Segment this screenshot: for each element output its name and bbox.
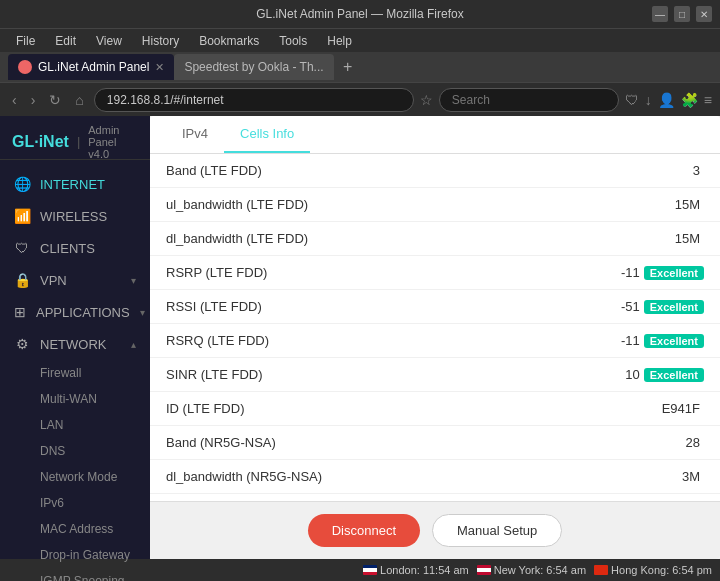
sidebar-sub-networkmode[interactable]: Network Mode [0, 464, 150, 490]
logo-area: GL·iNet | Admin Panel v4.0 [0, 124, 150, 160]
value-ul-bw: 15M [675, 197, 700, 212]
value-sinr: 10 [625, 367, 639, 382]
menu-icon[interactable]: ≡ [704, 92, 712, 108]
sidebar-sub-dns[interactable]: DNS [0, 438, 150, 464]
status-london: London: 11:54 am [363, 564, 469, 576]
label-dl-bw: dl_bandwidth (LTE FDD) [166, 231, 675, 246]
shield-icon[interactable]: 🛡 [625, 92, 639, 108]
extension-icon[interactable]: 🧩 [681, 92, 698, 108]
menu-edit[interactable]: Edit [47, 32, 84, 50]
badge-rsrp: Excellent [644, 266, 704, 280]
label-rsrp: RSRP (LTE FDD) [166, 265, 621, 280]
status-london-time: London: 11:54 am [380, 564, 469, 576]
network-chevron: ▴ [131, 339, 136, 350]
logo-brand: GL·iNet [12, 133, 69, 151]
tab-cells-info[interactable]: Cells Info [224, 116, 310, 153]
value-band-lte: 3 [693, 163, 700, 178]
row-ul-bw: ul_bandwidth (LTE FDD) 15M [150, 188, 720, 222]
sidebar-label-vpn: VPN [40, 273, 67, 288]
menu-history[interactable]: History [134, 32, 187, 50]
status-newyork: New York: 6:54 am [477, 564, 586, 576]
reload-button[interactable]: ↻ [45, 90, 65, 110]
tab-ipv4[interactable]: IPv4 [166, 116, 224, 153]
vpn-chevron: ▾ [131, 275, 136, 286]
applications-chevron: ▾ [140, 307, 145, 318]
badge-sinr: Excellent [644, 368, 704, 382]
row-band-lte: Band (LTE FDD) 3 [150, 154, 720, 188]
panel: IPv4 Cells Info Band (LTE FDD) 3 ul_band… [150, 116, 720, 559]
action-bar: Disconnect Manual Setup [150, 501, 720, 559]
label-rsrq: RSRQ (LTE FDD) [166, 333, 621, 348]
label-band-lte: Band (LTE FDD) [166, 163, 693, 178]
back-button[interactable]: ‹ [8, 90, 21, 110]
row-dl-bw-nr5g: dl_bandwidth (NR5G-NSA) 3M [150, 460, 720, 494]
minimize-button[interactable]: — [652, 6, 668, 22]
sidebar-network-sub: Firewall Multi-WAN LAN DNS Network Mode … [0, 360, 150, 581]
sidebar-label-internet: INTERNET [40, 177, 105, 192]
main-layout: GL·iNet | Admin Panel v4.0 🌐 INTERNET 📶 … [0, 116, 720, 559]
forward-button[interactable]: › [27, 90, 40, 110]
wireless-icon: 📶 [14, 208, 30, 224]
tab-close-admin[interactable]: ✕ [155, 61, 164, 74]
sidebar-item-network[interactable]: ⚙ NETWORK ▴ [0, 328, 150, 360]
row-dl-bw: dl_bandwidth (LTE FDD) 15M [150, 222, 720, 256]
sidebar-sub-igmp[interactable]: IGMP Snooping [0, 568, 150, 581]
home-button[interactable]: ⌂ [71, 90, 87, 110]
row-sinr: SINR (LTE FDD) 10 Excellent [150, 358, 720, 392]
address-input[interactable] [94, 88, 414, 112]
value-dl-bw: 15M [675, 231, 700, 246]
menu-help[interactable]: Help [319, 32, 360, 50]
flag-uk-icon [363, 565, 377, 575]
search-input[interactable] [439, 88, 619, 112]
label-ul-bw: ul_bandwidth (LTE FDD) [166, 197, 675, 212]
title-bar: GL.iNet Admin Panel — Mozilla Firefox — … [0, 0, 720, 28]
clients-icon: 🛡 [14, 240, 30, 256]
row-rssi: RSSI (LTE FDD) -51 Excellent [150, 290, 720, 324]
status-hongkong-time: Hong Kong: 6:54 pm [611, 564, 712, 576]
internet-icon: 🌐 [14, 176, 30, 192]
menu-bar: File Edit View History Bookmarks Tools H… [0, 28, 720, 52]
tab-admin[interactable]: GL.iNet Admin Panel ✕ [8, 54, 174, 80]
content-area: IPv4 Cells Info Band (LTE FDD) 3 ul_band… [150, 116, 720, 559]
new-tab-button[interactable]: + [338, 57, 358, 77]
sidebar-item-vpn[interactable]: 🔒 VPN ▾ [0, 264, 150, 296]
sidebar-sub-dropingw[interactable]: Drop-in Gateway [0, 542, 150, 568]
window-title: GL.iNet Admin Panel — Mozilla Firefox [256, 7, 463, 21]
row-rsrq: RSRQ (LTE FDD) -11 Excellent [150, 324, 720, 358]
disconnect-button[interactable]: Disconnect [308, 514, 420, 547]
sidebar-item-internet[interactable]: 🌐 INTERNET [0, 168, 150, 200]
sidebar-item-clients[interactable]: 🛡 CLIENTS [0, 232, 150, 264]
bookmark-icon[interactable]: ☆ [420, 92, 433, 108]
download-icon[interactable]: ↓ [645, 92, 652, 108]
manual-setup-button[interactable]: Manual Setup [432, 514, 562, 547]
label-sinr: SINR (LTE FDD) [166, 367, 625, 382]
close-button[interactable]: ✕ [696, 6, 712, 22]
sidebar: GL·iNet | Admin Panel v4.0 🌐 INTERNET 📶 … [0, 116, 150, 559]
tab-icon-admin [18, 60, 32, 74]
sidebar-sub-firewall[interactable]: Firewall [0, 360, 150, 386]
sidebar-label-wireless: WIRELESS [40, 209, 107, 224]
value-rsrp: -11 [621, 265, 640, 280]
value-rsrq: -11 [621, 333, 640, 348]
label-dl-bw-nr5g: dl_bandwidth (NR5G-NSA) [166, 469, 682, 484]
menu-tools[interactable]: Tools [271, 32, 315, 50]
sidebar-sub-lan[interactable]: LAN [0, 412, 150, 438]
maximize-button[interactable]: □ [674, 6, 690, 22]
sidebar-sub-ipv6[interactable]: IPv6 [0, 490, 150, 516]
row-id-lte: ID (LTE FDD) E941F [150, 392, 720, 426]
sidebar-sub-multiwan[interactable]: Multi-WAN [0, 386, 150, 412]
account-icon[interactable]: 👤 [658, 92, 675, 108]
menu-view[interactable]: View [88, 32, 130, 50]
menu-file[interactable]: File [8, 32, 43, 50]
sidebar-sub-mac[interactable]: MAC Address [0, 516, 150, 542]
menu-bookmarks[interactable]: Bookmarks [191, 32, 267, 50]
label-id-lte: ID (LTE FDD) [166, 401, 662, 416]
value-dl-bw-nr5g: 3M [682, 469, 700, 484]
sidebar-item-applications[interactable]: ⊞ APPLICATIONS ▾ [0, 296, 150, 328]
logo-subtitle: Admin Panel v4.0 [88, 124, 138, 160]
applications-icon: ⊞ [14, 304, 26, 320]
neighbourcell-row: neighbourcell [150, 494, 720, 501]
sidebar-item-wireless[interactable]: 📶 WIRELESS [0, 200, 150, 232]
window-controls: — □ ✕ [652, 6, 712, 22]
tab-speedtest[interactable]: Speedtest by Ookla - Th... [174, 54, 333, 80]
